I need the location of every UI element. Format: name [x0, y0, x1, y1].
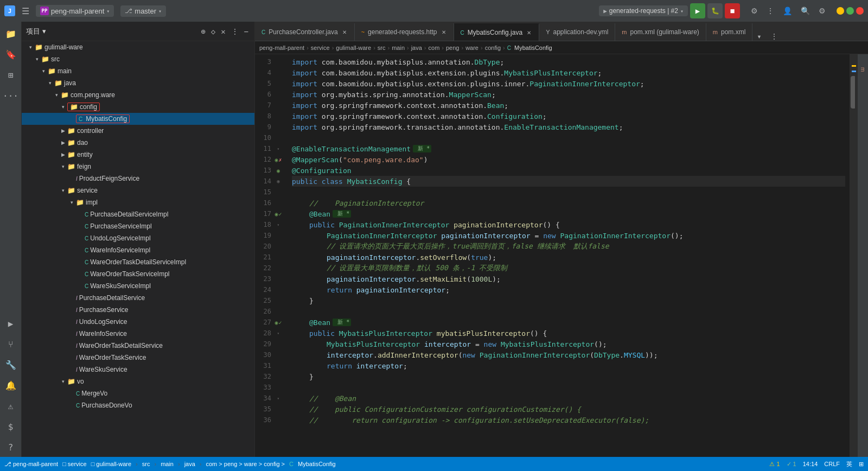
tree-item-product-feign-service[interactable]: I ProductFeignService [22, 173, 254, 184]
close-button[interactable]: ✕ [856, 7, 864, 15]
panel-close-btn[interactable]: ✕ [219, 26, 227, 37]
status-git[interactable]: ⎇ peng-mall-parent [4, 461, 58, 468]
fold-icon[interactable]: ▾ [277, 147, 280, 151]
tree-item-mybatis-config[interactable]: C MybatisConfig [22, 113, 254, 125]
bc-java[interactable]: java [411, 44, 422, 51]
code-area[interactable]: import com.baomidou.mybatisplus.annotati… [288, 54, 850, 457]
tab-close-btn[interactable]: ✕ [341, 28, 348, 36]
tree-item-entity[interactable]: ▶ 📁 entity [22, 149, 254, 161]
tree-item-com-peng-ware[interactable]: ▾ 📁 com.peng.ware [22, 89, 254, 101]
maximize-button[interactable]: □ [846, 7, 854, 15]
tree-item-purchase-done-vo[interactable]: C PurchaseDoneVo [22, 399, 254, 411]
fold-icon[interactable]: ▾ [277, 396, 280, 401]
tree-item-src[interactable]: ▾ 📁 src [22, 53, 254, 65]
tree-item-ware-order-task-service[interactable]: I WareOrderTaskService [22, 352, 254, 364]
tree-item-controller[interactable]: ▶ 📁 controller [22, 125, 254, 137]
tree-item-java[interactable]: ▾ 📁 java [22, 77, 254, 89]
tree-item-ware-order-task-detail-service-impl[interactable]: C WareOrderTaskDetailServiceImpl [22, 256, 254, 268]
gutter-annotation[interactable]: ◉ [275, 320, 278, 326]
tree-item-undo-log-service-impl[interactable]: C UndoLogServiceImpl [22, 232, 254, 244]
sidebar-icon-help[interactable]: ? [1, 437, 21, 457]
tree-item-vo[interactable]: ▾ 📁 vo [22, 375, 254, 387]
tree-item-impl[interactable]: ▾ 📁 impl [22, 196, 254, 208]
status-submodule[interactable]: □ gulimall-ware [91, 461, 131, 467]
gutter-annotation2[interactable]: ✗ [279, 157, 282, 163]
tree-item-feign[interactable]: ▾ 📁 feign [22, 161, 254, 173]
project-selector[interactable]: PP peng-mall-parent ▾ [36, 5, 114, 17]
gutter-annotation4[interactable]: ✓ [279, 320, 282, 326]
bc-mybatis-config[interactable]: C MybatisConfig [507, 44, 552, 51]
sidebar-icon-tools[interactable]: 🔧 [1, 355, 21, 374]
tree-item-purchase-service[interactable]: I PurchaseService [22, 304, 254, 316]
tree-item-ware-order-task-detail-service[interactable]: I WareOrderTaskDetailService [22, 340, 254, 352]
sidebar-icon-more[interactable]: ··· [1, 86, 21, 105]
build-icon[interactable]: ⚙ [749, 4, 760, 17]
tree-item-dao[interactable]: ▶ 📁 dao [22, 137, 254, 149]
tab-extra-btn[interactable]: ⋮ [766, 32, 782, 41]
status-checks[interactable]: ✓ 1 [787, 461, 796, 468]
vertical-scrollbar[interactable] [850, 54, 857, 457]
sidebar-icon-structure[interactable]: ⊞ [1, 65, 21, 85]
panel-add-btn[interactable]: ⊕ [199, 26, 207, 37]
gutter-annotation4[interactable]: ✓ [279, 211, 282, 217]
fold-icon[interactable]: ▾ [277, 222, 280, 227]
sidebar-icon-run[interactable]: ▶ [1, 314, 21, 333]
panel-collapse-btn[interactable]: − [242, 26, 250, 37]
tab-more-btn[interactable]: ▾ [752, 32, 765, 41]
tree-item-gulimall-ware[interactable]: ▾ 📁 gulimall-ware [22, 41, 254, 53]
tab-close-btn[interactable]: ✕ [441, 28, 447, 36]
branch-selector[interactable]: ⎇ master ▾ [120, 5, 166, 17]
gutter-annotation[interactable]: ◉ [277, 168, 280, 174]
sidebar-icon-terminal[interactable]: $ [1, 417, 21, 436]
tab-generated-requests[interactable]: ~ generated-requests.http ✕ [355, 23, 454, 41]
sidebar-icon-problems[interactable]: ⚠ [1, 396, 21, 416]
tree-item-main[interactable]: ▾ 📁 main [22, 65, 254, 77]
bc-src[interactable]: src [378, 44, 386, 51]
bc-config[interactable]: config [485, 44, 501, 51]
bc-ware[interactable]: ware [465, 44, 478, 51]
gutter-annotation3[interactable]: ◉ [277, 179, 279, 184]
status-position[interactable]: 14:14 [803, 461, 818, 467]
tree-item-merge-vo[interactable]: C MergeVo [22, 387, 254, 399]
tree-item-purchase-service-impl[interactable]: C PurchaseServiceImpl [22, 220, 254, 232]
minimize-button[interactable]: − [837, 7, 844, 15]
gutter-annotation[interactable]: ◉ [275, 211, 278, 217]
sidebar-icon-bookmark[interactable]: 🔖 [1, 44, 21, 64]
panel-more-btn[interactable]: ⋮ [229, 26, 240, 37]
sidebar-icon-notifications[interactable]: 🔔 [1, 375, 21, 395]
tree-item-ware-sku-service[interactable]: I WareSkuService [22, 364, 254, 375]
account-icon[interactable]: 👤 [781, 4, 794, 17]
sidebar-icon-git[interactable]: ⑂ [1, 334, 21, 354]
tab-pom[interactable]: m pom.xml [706, 23, 753, 41]
debug-button[interactable]: 🐛 [707, 3, 723, 18]
tree-item-undo-log-service[interactable]: I UndoLogService [22, 316, 254, 328]
tab-purchase-controller[interactable]: C PurchaseController.java ✕ [255, 23, 355, 41]
bc-com[interactable]: com [429, 44, 440, 51]
right-tool-maven[interactable]: m [859, 59, 867, 80]
more-actions-icon[interactable]: ⋮ [764, 4, 776, 17]
tree-item-ware-info-service-impl[interactable]: C WareInfoServiceImpl [22, 244, 254, 256]
tab-mybatis-config[interactable]: C MybatisConfig.java ✕ [454, 23, 540, 41]
tree-item-ware-info-service[interactable]: I WareInfoService [22, 328, 254, 340]
run-config-selector[interactable]: ▶ generated-requests | #2 ▾ [599, 5, 688, 16]
tab-pom-ware[interactable]: m pom.xml (gulimall-ware) [615, 23, 706, 41]
tree-item-ware-order-task-service-impl[interactable]: C WareOrderTaskServiceImpl [22, 268, 254, 280]
bc-gulimall-ware[interactable]: gulimall-ware [336, 44, 371, 51]
settings-icon[interactable]: ⚙ [816, 4, 828, 17]
fold-icon[interactable]: ▾ [277, 331, 280, 336]
panel-settings-btn[interactable]: ◇ [209, 26, 217, 37]
bc-project[interactable]: peng-mall-parent [259, 44, 304, 51]
tree-item-ware-sku-service-impl[interactable]: C WareSkuServiceImpl [22, 280, 254, 292]
run-button[interactable]: ▶ [690, 3, 705, 18]
status-lang[interactable]: 英 [846, 460, 852, 468]
bc-service[interactable]: service [311, 44, 330, 51]
status-warnings[interactable]: ⚠ 1 [769, 461, 780, 468]
tree-item-purchase-detail-service-impl[interactable]: C PurchaseDetailServiceImpl [22, 208, 254, 220]
bc-main[interactable]: main [392, 44, 405, 51]
bc-peng[interactable]: peng [446, 44, 459, 51]
stop-button[interactable]: ■ [725, 3, 740, 18]
hamburger-menu[interactable]: ☰ [20, 4, 31, 18]
tree-item-config[interactable]: ▾ 📁 config [22, 101, 254, 113]
status-encoding[interactable]: CRLF [824, 461, 840, 467]
gutter-annotation[interactable]: ◉ [275, 157, 278, 163]
